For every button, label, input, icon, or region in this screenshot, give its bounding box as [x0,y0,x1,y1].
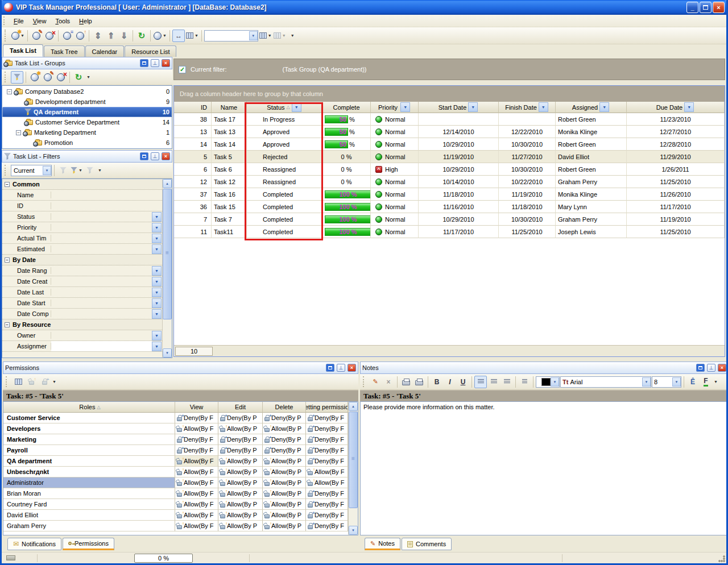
panel-restore-button[interactable] [140,152,148,160]
tab-calendar[interactable]: Calendar [85,45,125,57]
scroll-thumb[interactable] [163,189,172,319]
tab-notes[interactable]: ✎Notes [365,538,400,550]
task-row[interactable]: 37Task 16Completed100 %Normal11/18/20101… [174,188,725,201]
groups-toolbar-overflow-icon[interactable]: ▼ [86,75,90,79]
permission-view-cell[interactable]: Allow(By F [175,499,218,510]
permission-view-cell[interactable]: Allow(By F [175,521,218,531]
bold-button[interactable]: B [431,376,443,388]
filter-field-value[interactable] [51,190,162,200]
filter-row[interactable]: Date Comp▼ [2,309,162,319]
task-row[interactable]: 11Task11Completed100 %Normal11/17/201011… [174,226,725,238]
task-row[interactable]: 36Task 15Completed100 %Normal11/16/20101… [174,201,725,213]
group-by-hint[interactable]: Drag a column header here to group by th… [174,86,725,102]
permission-setting-cell[interactable]: Deny(By F [306,510,348,521]
panel-restore-button[interactable] [696,364,705,372]
panel-close-button[interactable]: × [348,364,356,372]
filter-field-value[interactable] [51,233,152,243]
fit-columns-button[interactable]: ↔ [172,30,185,42]
permission-edit-cell[interactable]: Allow(By P [218,510,263,521]
permission-row[interactable]: Graham PerryAllow(By FAllow(By PAllow(By… [3,521,348,531]
permission-setting-cell[interactable]: Deny(By F [306,456,348,467]
permission-row[interactable]: MarketingDeny(By FDeny(By PDeny(By PDeny… [3,434,348,445]
permission-view-cell[interactable]: Deny(By F [175,445,218,456]
filter-preset-combo[interactable]: Current▼ [11,165,52,176]
combo-dropdown-icon[interactable]: ▼ [551,377,559,387]
combo-dropdown-icon[interactable]: ▼ [249,31,258,40]
filters-scrollbar[interactable]: ▲ ▼ [162,179,172,358]
font-color-combo[interactable]: ▼ [536,376,560,388]
tab-resource-list[interactable]: Resource List [125,45,176,57]
print-preview-button[interactable] [413,376,425,388]
minimize-button[interactable]: _ [686,2,698,13]
filter-dropdown-icon[interactable]: ▼ [152,342,162,351]
section-collapse-icon[interactable]: − [5,322,10,327]
column-filter-dropdown-icon[interactable]: ▼ [292,102,301,112]
permission-edit-cell[interactable]: Allow(By P [218,477,263,488]
panel-pin-button[interactable]: ⊥ [151,152,159,160]
column-filter-dropdown-icon[interactable]: ▼ [599,102,609,112]
filter-dropdown-icon[interactable]: ▼ [152,223,162,232]
filter-dropdown-icon[interactable]: ▼ [152,266,162,276]
permission-row[interactable]: Brian MoranAllow(By FAllow(By PAllow(By … [3,488,348,499]
toolbar-overflow-icon[interactable]: ▼ [291,34,295,38]
panel-pin-button[interactable]: ⊥ [151,59,159,67]
permission-row[interactable]: David ElliotAllow(By FAllow(By PAllow(By… [3,510,348,521]
align-center-button[interactable] [487,376,500,388]
filter-field-value[interactable] [51,222,152,232]
groups-filter-toggle[interactable] [11,71,23,84]
panel-close-button[interactable]: × [162,59,170,67]
view-options-button[interactable]: ▼ [153,30,167,42]
column-filter-dropdown-icon[interactable]: ▼ [400,102,410,112]
filter-field-value[interactable] [51,244,152,254]
scroll-down-icon[interactable]: ▼ [349,526,358,535]
panel-pin-button[interactable]: ⊥ [707,364,715,372]
print-button[interactable] [400,376,412,388]
permission-view-cell[interactable]: Deny(By F [175,434,218,445]
copy-permissions-button[interactable] [12,376,24,388]
filter-field-value[interactable] [51,298,152,308]
permission-view-cell[interactable]: Allow(By F [175,456,218,467]
tab-task-tree[interactable]: Task Tree [44,45,85,57]
column-header-name[interactable]: Name [212,102,247,113]
permission-delete-cell[interactable]: Allow(By P [263,477,306,488]
column-header-finish-date[interactable]: Finish Date▼ [499,102,556,113]
filter-field-value[interactable] [51,276,152,286]
permission-setting-cell[interactable]: Deny(By F [306,413,348,423]
filters-toolbar-overflow-icon[interactable]: ▼ [98,168,102,172]
permission-row[interactable]: Customer ServiceDeny(By FDeny(By PDeny(B… [3,413,348,423]
column-header-status[interactable]: Status△▼ [247,102,322,113]
permission-delete-cell[interactable]: Allow(By P [263,488,306,499]
permission-row[interactable]: PayrollDeny(By FDeny(By PDeny(By PDeny(B… [3,445,348,456]
font-size-combo[interactable]: 8 ▼ [652,376,681,388]
highlight-color-button[interactable]: F [700,376,712,388]
scroll-down-icon[interactable]: ▼ [163,348,172,358]
menu-tools[interactable]: Tools [51,16,75,26]
column-header-assigned[interactable]: Assigned▼ [556,102,627,113]
column-header-priority[interactable]: Priority▼ [371,102,419,113]
complete-task-button[interactable] [74,30,86,42]
permissions-scrollbar[interactable]: ▲ ▼ [348,402,358,535]
permission-delete-cell[interactable]: Allow(By P [263,499,306,510]
export-button[interactable]: ▼ [259,30,272,42]
column-header-id[interactable]: ID [174,102,212,113]
column-filter-dropdown-icon[interactable]: ▼ [684,102,694,112]
permissions-column-header-4[interactable]: etting permissio [306,402,348,413]
filter-field-value[interactable] [51,287,152,297]
permissions-column-header-3[interactable]: Delete [263,402,306,413]
permission-edit-cell[interactable]: Allow(By P [218,456,263,467]
filter-field-value[interactable] [51,330,152,340]
section-collapse-icon[interactable]: − [5,182,10,187]
deny-permission-button[interactable] [38,376,51,388]
refresh-button[interactable]: ↻ [135,30,148,42]
tab-permissions[interactable]: Permissions [63,538,114,550]
columns-button[interactable]: ▼ [185,30,199,42]
tree-item[interactable]: Development department9 [2,97,172,107]
permission-delete-cell[interactable]: Deny(By P [263,434,306,445]
move-down-button[interactable]: ⇓ [118,30,130,42]
permission-setting-cell[interactable]: Deny(By F [306,445,348,456]
permission-view-cell[interactable]: Allow(By F [175,477,218,488]
column-filter-dropdown-icon[interactable]: ▼ [468,102,478,112]
permission-view-cell[interactable]: Allow(By F [175,467,218,477]
filter-row[interactable]: Priority▼ [2,222,162,233]
filter-dropdown-icon[interactable]: ▼ [152,212,162,222]
